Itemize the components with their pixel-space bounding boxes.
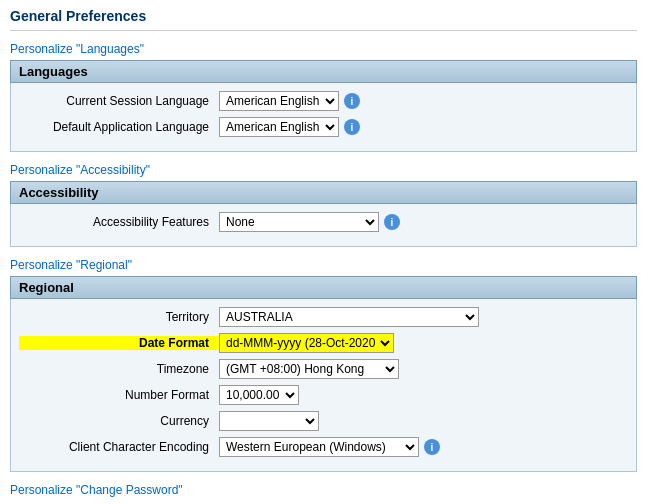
timezone-row: Timezone (GMT +08:00) Hong Kong: [15, 359, 632, 379]
default-app-language-select[interactable]: American English: [219, 117, 339, 137]
encoding-info-icon[interactable]: i: [424, 439, 440, 455]
timezone-select[interactable]: (GMT +08:00) Hong Kong: [219, 359, 399, 379]
territory-control: AUSTRALIA: [219, 307, 479, 327]
page-title: General Preferences: [10, 8, 637, 31]
current-session-language-control: American English i: [219, 91, 360, 111]
default-app-info-icon[interactable]: i: [344, 119, 360, 135]
number-format-select[interactable]: 10,000.00: [219, 385, 299, 405]
territory-row: Territory AUSTRALIA: [15, 307, 632, 327]
languages-section-body: Current Session Language American Englis…: [10, 83, 637, 152]
timezone-control: (GMT +08:00) Hong Kong: [219, 359, 399, 379]
number-format-row: Number Format 10,000.00: [15, 385, 632, 405]
accessibility-section-body: Accessibility Features None i: [10, 204, 637, 247]
accessibility-features-row: Accessibility Features None i: [15, 212, 632, 232]
currency-control: [219, 411, 319, 431]
encoding-row: Client Character Encoding Western Europe…: [15, 437, 632, 457]
currency-label: Currency: [19, 414, 219, 428]
encoding-select[interactable]: Western European (Windows): [219, 437, 419, 457]
number-format-control: 10,000.00: [219, 385, 299, 405]
accessibility-features-control: None i: [219, 212, 400, 232]
territory-select[interactable]: AUSTRALIA: [219, 307, 479, 327]
accessibility-features-select[interactable]: None: [219, 212, 379, 232]
timezone-label: Timezone: [19, 362, 219, 376]
personalize-languages-link[interactable]: Personalize "Languages": [10, 42, 144, 56]
personalize-change-password-link[interactable]: Personalize "Change Password": [10, 483, 183, 497]
regional-section-body: Territory AUSTRALIA Date Format dd-MMM-y…: [10, 299, 637, 472]
accessibility-section-header: Accessibility: [10, 181, 637, 204]
default-app-language-label: Default Application Language: [19, 120, 219, 134]
encoding-control: Western European (Windows) i: [219, 437, 440, 457]
languages-section-header: Languages: [10, 60, 637, 83]
current-session-language-label: Current Session Language: [19, 94, 219, 108]
date-format-label: Date Format: [19, 336, 219, 350]
default-app-language-row: Default Application Language American En…: [15, 117, 632, 137]
date-format-row: Date Format dd-MMM-yyyy (28-Oct-2020): [15, 333, 632, 353]
current-session-info-icon[interactable]: i: [344, 93, 360, 109]
personalize-regional-link[interactable]: Personalize "Regional": [10, 258, 132, 272]
currency-row: Currency: [15, 411, 632, 431]
number-format-label: Number Format: [19, 388, 219, 402]
date-format-control: dd-MMM-yyyy (28-Oct-2020): [219, 333, 394, 353]
regional-section-header: Regional: [10, 276, 637, 299]
page-container: General Preferences Personalize "Languag…: [0, 0, 647, 504]
territory-label: Territory: [19, 310, 219, 324]
date-format-select[interactable]: dd-MMM-yyyy (28-Oct-2020): [219, 333, 394, 353]
accessibility-features-label: Accessibility Features: [19, 215, 219, 229]
encoding-label: Client Character Encoding: [19, 440, 219, 454]
currency-select[interactable]: [219, 411, 319, 431]
personalize-accessibility-link[interactable]: Personalize "Accessibility": [10, 163, 150, 177]
current-session-language-row: Current Session Language American Englis…: [15, 91, 632, 111]
accessibility-info-icon[interactable]: i: [384, 214, 400, 230]
current-session-language-select[interactable]: American English: [219, 91, 339, 111]
default-app-language-control: American English i: [219, 117, 360, 137]
